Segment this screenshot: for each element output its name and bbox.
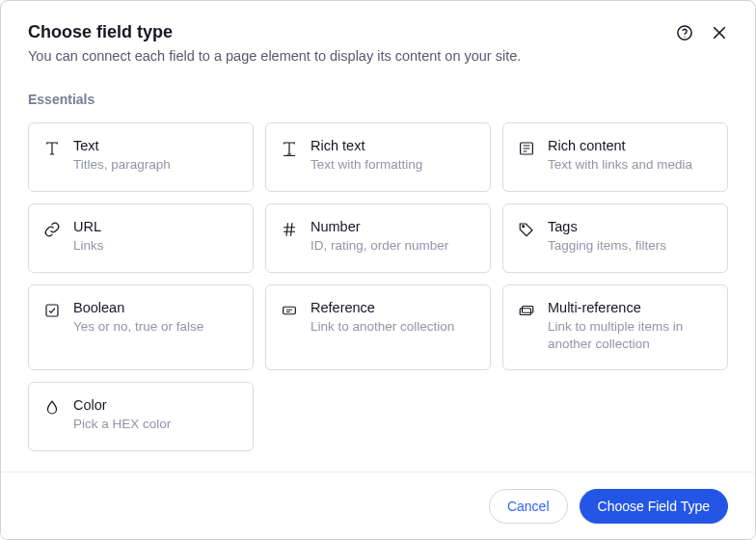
field-title: Tags (548, 218, 714, 235)
field-desc: Text with links and media (548, 156, 714, 174)
rich-text-icon (280, 139, 299, 158)
field-title: Boolean (73, 299, 239, 316)
tags-icon (517, 220, 536, 239)
field-desc: Tagging items, filters (548, 237, 714, 255)
dialog-title: Choose field type (28, 22, 728, 42)
field-title: Text (73, 137, 239, 154)
field-desc: Yes or no, true or false (73, 318, 239, 336)
field-desc: ID, rating, order number (310, 237, 476, 255)
svg-point-3 (523, 226, 525, 228)
svg-point-1 (684, 36, 685, 37)
field-title: Color (73, 396, 239, 414)
field-desc: Pick a HEX color (73, 416, 239, 433)
multi-reference-icon (517, 301, 536, 320)
rich-content-icon (517, 139, 536, 158)
help-icon[interactable] (676, 24, 693, 41)
field-type-reference[interactable]: Reference Link to another collection (265, 284, 491, 370)
field-type-text[interactable]: Text Titles, paragraph (28, 122, 254, 192)
field-type-tags[interactable]: Tags Tagging items, filters (502, 203, 728, 273)
choose-field-type-button[interactable]: Choose Field Type (580, 489, 728, 524)
field-type-rich-text[interactable]: Rich text Text with formatting (265, 122, 491, 192)
field-title: URL (73, 218, 239, 235)
field-title: Reference (310, 299, 476, 316)
close-icon[interactable] (711, 24, 728, 41)
field-type-grid: Text Titles, paragraph Rich text Text wi… (28, 122, 728, 451)
text-icon (42, 139, 62, 158)
field-type-number[interactable]: Number ID, rating, order number (265, 203, 491, 273)
field-type-rich-content[interactable]: Rich content Text with links and media (502, 122, 728, 192)
reference-icon (280, 301, 299, 320)
field-desc: Text with formatting (310, 156, 476, 174)
field-desc: Titles, paragraph (73, 156, 239, 174)
field-title: Number (310, 218, 476, 235)
svg-rect-5 (284, 307, 296, 314)
svg-point-0 (678, 26, 691, 40)
cancel-button[interactable]: Cancel (489, 489, 568, 524)
field-desc: Links (73, 237, 239, 255)
dialog-header: Choose field type You can connect each f… (1, 1, 755, 66)
field-desc: Link to multiple items in another collec… (548, 318, 714, 353)
section-label-essentials: Essentials (28, 92, 728, 107)
dialog-footer: Cancel Choose Field Type (1, 472, 755, 539)
field-type-color[interactable]: Color Pick a HEX color (28, 382, 254, 451)
dialog-subtitle: You can connect each field to a page ele… (28, 46, 728, 66)
field-title: Multi-reference (548, 299, 714, 316)
field-title: Rich text (310, 137, 476, 154)
color-icon (42, 398, 62, 418)
url-icon (42, 220, 62, 239)
field-desc: Link to another collection (310, 318, 476, 336)
field-type-url[interactable]: URL Links (28, 203, 254, 273)
svg-rect-4 (46, 305, 58, 316)
field-type-boolean[interactable]: Boolean Yes or no, true or false (28, 284, 254, 370)
dialog-body[interactable]: Essentials Text Titles, paragraph Rich t… (1, 86, 755, 472)
number-icon (280, 220, 299, 239)
field-type-multi-reference[interactable]: Multi-reference Link to multiple items i… (502, 284, 728, 370)
boolean-icon (42, 301, 62, 320)
field-title: Rich content (548, 137, 714, 154)
